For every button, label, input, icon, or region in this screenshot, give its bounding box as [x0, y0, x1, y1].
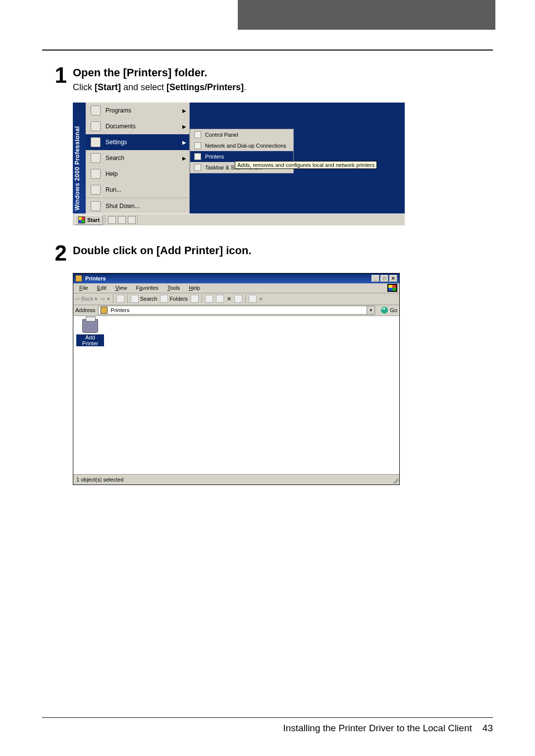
address-value: Printers: [110, 307, 129, 313]
step-1-title: Open the [Printers] folder.: [73, 66, 493, 79]
step-2-number: 2: [42, 243, 67, 263]
menu-bar: File Edit View Favorites Tools Help: [73, 283, 399, 293]
up-icon[interactable]: [116, 295, 124, 303]
toolbar: ⇦ Back ▾ ⇨ ▾ Search Folders ✕ ▾: [73, 293, 399, 305]
arrow-icon: ▶: [182, 156, 186, 161]
help-icon: [91, 169, 101, 179]
title-bar: Printers _ □ ✕: [73, 273, 399, 283]
windows-logo-icon: [387, 284, 397, 292]
menu-item-shutdown[interactable]: Shut Down...: [86, 198, 189, 214]
submenu-label: Control Panel: [205, 132, 238, 138]
quicklaunch-icon-2[interactable]: [118, 216, 126, 224]
footer-page-number: 43: [482, 723, 493, 733]
start-button[interactable]: Start: [75, 215, 103, 225]
go-button[interactable]: Go: [381, 307, 397, 314]
move-to-icon[interactable]: [205, 295, 213, 303]
start-menu-items: Programs ▶ Documents ▶ Settings ▶: [86, 103, 190, 214]
submenu-label: Printers: [205, 154, 224, 160]
back-label: Back: [81, 296, 93, 302]
undo-icon[interactable]: [234, 295, 242, 303]
go-label: Go: [390, 307, 397, 313]
menu-file[interactable]: File: [75, 284, 92, 292]
delete-icon[interactable]: ✕: [227, 296, 231, 302]
header-tab: [238, 0, 495, 30]
search-button[interactable]: Search: [131, 295, 158, 303]
taskbar-divider: [138, 215, 139, 225]
windows-flag-icon: [78, 216, 85, 223]
maximize-button[interactable]: □: [380, 275, 388, 282]
submenu-printers[interactable]: Printers: [190, 151, 293, 162]
window-title: Printers: [85, 275, 371, 281]
printers-folder-icon: [75, 275, 82, 282]
folders-label: Folders: [169, 296, 188, 302]
toolbar-divider: [245, 294, 246, 303]
text: and select: [121, 82, 166, 92]
menu-item-run[interactable]: Run...: [86, 182, 189, 198]
arrow-icon: ▶: [182, 124, 186, 129]
menu-item-programs[interactable]: Programs ▶: [86, 103, 189, 118]
toolbar-divider: [127, 294, 128, 303]
search-label: Search: [140, 296, 158, 302]
menu-label: Shut Down...: [106, 203, 140, 210]
quicklaunch-icon-1[interactable]: [108, 216, 116, 224]
address-icon: [101, 307, 107, 314]
taskbar: Start: [73, 214, 405, 225]
quicklaunch-icon-3[interactable]: [128, 216, 136, 224]
text: Click: [73, 82, 95, 92]
minimize-button[interactable]: _: [372, 275, 379, 282]
toolbar-divider: [202, 294, 202, 303]
status-text: 1 object(s) selected: [76, 477, 123, 483]
printers-icon: [194, 153, 201, 160]
submenu-label: Network and Dial-up Connections: [205, 143, 286, 149]
search-icon: [91, 153, 101, 163]
add-printer-icon: [82, 319, 98, 333]
taskbar-divider: [105, 215, 106, 225]
add-printer-item[interactable]: Add Printer: [76, 319, 104, 346]
network-icon: [194, 142, 201, 149]
menu-view[interactable]: View: [111, 284, 131, 292]
content-frame: 1 Open the [Printers] folder. Click [Sta…: [42, 50, 493, 503]
address-label: Address: [75, 307, 95, 313]
folders-button[interactable]: Folders: [160, 295, 188, 303]
submenu-control-panel[interactable]: Control Panel: [190, 129, 293, 140]
go-icon: [381, 307, 388, 314]
back-button[interactable]: ⇦ Back ▾: [75, 296, 98, 302]
menu-item-search[interactable]: Search ▶: [86, 150, 189, 166]
search-icon: [131, 295, 139, 303]
step-1: 1 Open the [Printers] folder. Click [Sta…: [42, 65, 493, 93]
control-panel-icon: [194, 131, 201, 138]
start-label: Start: [87, 217, 100, 223]
forward-button[interactable]: ⇨ ▾: [101, 296, 109, 302]
menu-edit[interactable]: Edit: [93, 284, 110, 292]
text-bold: [Start]: [95, 82, 121, 92]
menu-tools[interactable]: Tools: [163, 284, 184, 292]
menu-favorites[interactable]: Favorites: [132, 284, 162, 292]
views-icon[interactable]: [249, 295, 257, 303]
menu-item-settings[interactable]: Settings ▶: [86, 134, 189, 150]
menu-label: Documents: [106, 123, 136, 130]
add-printer-label: Add Printer: [76, 334, 104, 346]
menu-item-help[interactable]: Help: [86, 166, 189, 182]
step-1-desc: Click [Start] and select [Settings/Print…: [73, 82, 493, 93]
history-icon[interactable]: [191, 295, 199, 303]
step-2-title: Double click on [Add Printer] icon.: [73, 244, 493, 257]
menu-label: Search: [106, 155, 124, 162]
address-input[interactable]: Printers ▼: [98, 306, 375, 315]
close-button[interactable]: ✕: [389, 275, 397, 282]
sidebar-text-bottom: Windows 2000: [74, 166, 81, 211]
address-bar: Address Printers ▼ Go: [73, 305, 399, 316]
start-menu-screenshot: Windows 2000 Professional Programs ▶ Doc…: [73, 103, 493, 225]
step-2: 2 Double click on [Add Printer] icon.: [42, 243, 493, 263]
menu-label: Run...: [106, 186, 121, 193]
menu-help[interactable]: Help: [185, 284, 204, 292]
submenu-network[interactable]: Network and Dial-up Connections: [190, 140, 293, 151]
resize-grip-icon[interactable]: [392, 478, 398, 484]
copy-to-icon[interactable]: [216, 295, 224, 303]
address-dropdown-icon[interactable]: ▼: [367, 306, 374, 314]
run-icon: [91, 185, 101, 195]
menu-item-documents[interactable]: Documents ▶: [86, 118, 189, 134]
taskbar-icon: [194, 164, 201, 171]
shutdown-icon: [91, 201, 101, 211]
documents-icon: [91, 121, 101, 131]
menu-label: Settings: [106, 139, 127, 146]
